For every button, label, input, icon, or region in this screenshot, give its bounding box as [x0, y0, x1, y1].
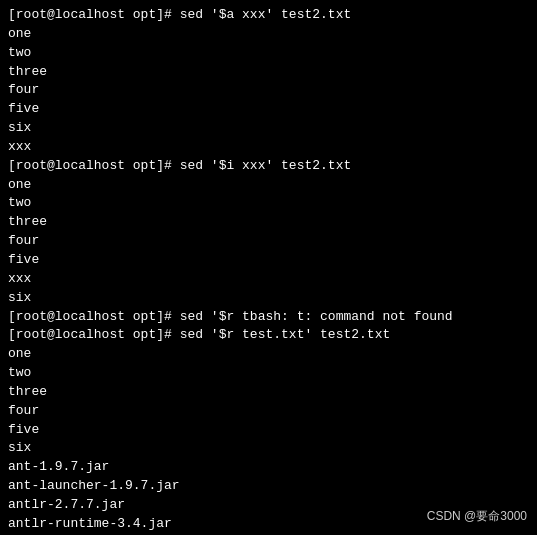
terminal-line: [root@localhost opt]# sed '$i xxx' test2…	[8, 157, 529, 176]
terminal-line: one	[8, 25, 529, 44]
terminal-line: five	[8, 421, 529, 440]
terminal-window: [root@localhost opt]# sed '$a xxx' test2…	[0, 0, 537, 535]
terminal-line: three	[8, 383, 529, 402]
terminal-line: six	[8, 439, 529, 458]
terminal-line: five	[8, 251, 529, 270]
terminal-line: [root@localhost opt]# sed '$r tbash: t: …	[8, 308, 529, 327]
terminal-line: six	[8, 289, 529, 308]
terminal-line: two	[8, 364, 529, 383]
terminal-line: two	[8, 44, 529, 63]
terminal-line: xxx	[8, 270, 529, 289]
terminal-line: three	[8, 213, 529, 232]
terminal-line: ant-launcher-1.9.7.jar	[8, 477, 529, 496]
terminal-line: [root@localhost opt]# sed '$a xxx' test2…	[8, 6, 529, 25]
terminal-line: xxx	[8, 138, 529, 157]
terminal-line: four	[8, 232, 529, 251]
terminal-line: six	[8, 119, 529, 138]
terminal-line: four	[8, 81, 529, 100]
watermark: CSDN @要命3000	[427, 508, 527, 525]
terminal-line: four	[8, 402, 529, 421]
terminal-line: ant-1.9.7.jar	[8, 458, 529, 477]
terminal-line: two	[8, 194, 529, 213]
terminal-line: five	[8, 100, 529, 119]
terminal-line: one	[8, 176, 529, 195]
terminal-line: one	[8, 345, 529, 364]
terminal-line: [root@localhost opt]# sed '$r test.txt' …	[8, 326, 529, 345]
terminal-output: [root@localhost opt]# sed '$a xxx' test2…	[8, 6, 529, 534]
terminal-line: three	[8, 63, 529, 82]
